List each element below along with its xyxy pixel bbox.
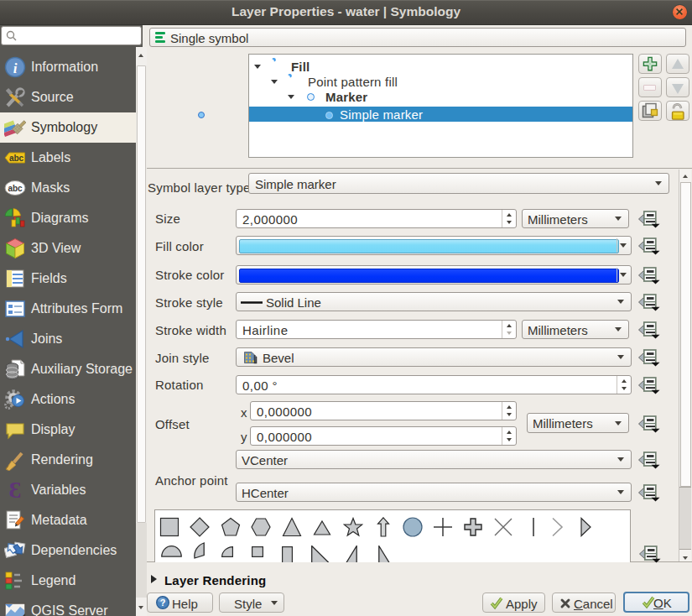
svg-text:abc: abc — [8, 184, 23, 193]
svg-text:i: i — [13, 60, 18, 76]
svg-text:Ɛ: Ɛ — [9, 479, 22, 501]
svg-text:abc: abc — [9, 154, 24, 163]
svg-text:?: ? — [160, 598, 166, 608]
